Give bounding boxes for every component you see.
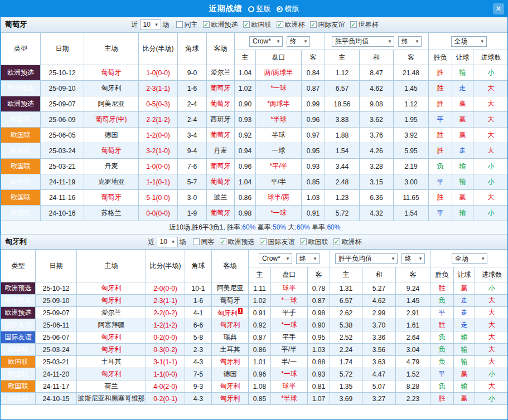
avg-draw-odds: 3.28 [360,159,394,174]
bookmaker-select[interactable]: Crow*▼ [259,253,292,264]
away-team: 葡萄牙 [207,206,235,221]
checked-checkbox[interactable]: ✓ [310,21,317,28]
unchecked-checkbox[interactable] [176,21,183,28]
radio-horizontal-layout[interactable]: 横版 [277,4,299,14]
col-odds-away: 客 [302,50,325,65]
avg-draw-odds: 3.70 [362,319,396,331]
match-score: 3-1(1-1) [146,356,185,368]
avg-away-odds: 1.12 [394,96,429,112]
competition-badge: 国际友谊 [1,331,36,344]
handicap: *平/半 [256,159,302,174]
avg-home-odds: 1.12 [325,65,360,81]
match-score: 5-1(0-0) [139,190,178,206]
result-handicap: 输 [454,344,475,356]
col-away: 客场 [212,250,249,282]
home-odds: 0.94 [235,143,256,159]
record-summary: 近10场,胜6平3负1, 胜率:60% 赢率:50% 大:60% 单率:60% [1,221,508,235]
away-team: 丹麦 [207,143,235,159]
checked-checkbox[interactable]: ✓ [350,21,357,28]
result-wdl: 负 [430,331,454,344]
competition-filters: 同主✓欧洲预选✓欧国联✓欧洲杯✓国际友谊✓世界杯 [171,20,379,30]
home-odds: 0.91 [249,307,271,319]
summary-percent: 60% [242,223,255,231]
match-count-select[interactable]: 10▼ [157,237,178,247]
away-odds: 0.87 [308,295,330,307]
col-handicap: 盘口 [271,267,308,282]
competition-badge: 欧国联 [1,190,41,206]
checked-checkbox[interactable]: ✓ [333,238,340,245]
match-row: 国际友谊25-06-07匈牙利0-2(0-0)5-8瑞典0.87平手0.952.… [1,331,508,344]
result-handicap: 走 [454,295,475,307]
team-name-portugal: 葡萄牙 [5,19,27,30]
home-team: 葡萄牙 [84,65,139,81]
portugal-results-table: 类型 日期 主场 比分(半场) 角球 客场 Crow*▼ 终▼ 胜平负均值▼ 终… [1,32,508,235]
fulltime-select[interactable]: 全场▼ [452,253,487,264]
avg-time-select[interactable]: 终▼ [401,253,425,264]
home-team: 阿塞拜疆 [77,319,146,331]
checked-checkbox[interactable]: ✓ [260,238,267,245]
match-date: 25-06-09 [41,112,84,128]
chevron-down-icon: ▼ [418,256,423,261]
result-wdl: 平 [430,307,454,319]
match-date: 24-11-20 [36,368,77,380]
avg-away-odds: 8.28 [396,380,430,393]
checked-checkbox[interactable]: ✓ [220,238,226,245]
radio-vertical-layout[interactable]: 竖版 [248,4,271,14]
avg-odds-select[interactable]: 胜平负均值▼ [335,253,398,264]
avg-time-select[interactable]: 终▼ [398,36,422,47]
match-date: 24-11-16 [41,190,84,206]
home-odds: 1.01 [249,356,271,368]
match-score: 2-2(1-2) [139,112,178,128]
result-goals: 大 [475,356,508,368]
result-goals: 小 [475,368,508,380]
checkbox-label: 欧洲预选 [211,20,238,30]
handicap: 半/一 [271,356,308,368]
checkbox-label: 国际友谊 [268,237,295,247]
fulltime-select[interactable]: 全场▼ [451,36,487,47]
col-date: 日期 [36,250,77,282]
match-date: 25-03-21 [41,159,84,174]
result-wdl: 胜 [429,143,452,159]
avg-away-odds: 21.48 [394,65,429,81]
bookmaker-select[interactable]: Crow*▼ [249,36,283,47]
avg-draw-odds: 4.62 [362,295,396,307]
col-avg-home: 主 [325,50,360,65]
avg-draw-odds: 3.63 [362,356,396,368]
away-odds: 0.93 [302,159,325,174]
corner-score: 1-9 [178,206,207,221]
checked-checkbox[interactable]: ✓ [243,21,250,28]
away-team: 匈牙利 [212,380,249,393]
match-count-select[interactable]: 10▼ [140,19,161,30]
match-score: 2-2(0-2) [146,307,185,319]
avg-odds-select[interactable]: 胜平负均值▼ [332,36,394,47]
corner-score: 1-6 [178,81,207,96]
checked-checkbox[interactable]: ✓ [203,21,210,28]
summary-percent: 60% [327,223,340,231]
col-score: 比分(半场) [139,33,178,65]
odds-time-select[interactable]: 终▼ [287,36,310,47]
match-row: 欧国联25-03-24匈牙利0-3(0-2)2-3土耳其0.86平/半1.032… [1,344,508,356]
col-avg-away: 客 [394,50,429,65]
checked-checkbox[interactable]: ✓ [277,21,283,28]
match-date: 24-10-15 [36,393,77,405]
avg-away-odds: 3.92 [394,128,429,143]
close-icon[interactable]: ✕ [493,3,504,14]
away-team: 匈牙利 [212,356,249,368]
home-team: 葡萄牙 [84,143,139,159]
result-handicap: 输 [452,174,473,190]
home-odds: 0.85 [249,393,271,405]
result-goals: 小 [475,282,508,295]
avg-draw-odds: 4.62 [360,81,394,96]
away-odds: 0.95 [302,143,325,159]
hungary-section-bar: 匈牙利 近 10▼ 场 同客✓欧洲预选✓国际友谊✓欧国联✓欧洲杯 [1,235,507,250]
checked-checkbox[interactable]: ✓ [300,238,307,245]
away-odds: 0.90 [308,319,330,331]
radio-label: 竖版 [257,4,271,14]
home-odds: 1.04 [235,174,256,190]
avg-away-odds: 2.64 [396,331,430,344]
match-row: 欧洲预选25-09-10匈牙利2-3(1-1)1-6葡萄牙1.02*一球0.87… [1,81,508,96]
result-goals: 小 [475,393,508,405]
odds-time-select[interactable]: 终▼ [296,253,320,264]
unchecked-checkbox[interactable] [193,238,200,245]
handicap: 一球 [256,143,302,159]
